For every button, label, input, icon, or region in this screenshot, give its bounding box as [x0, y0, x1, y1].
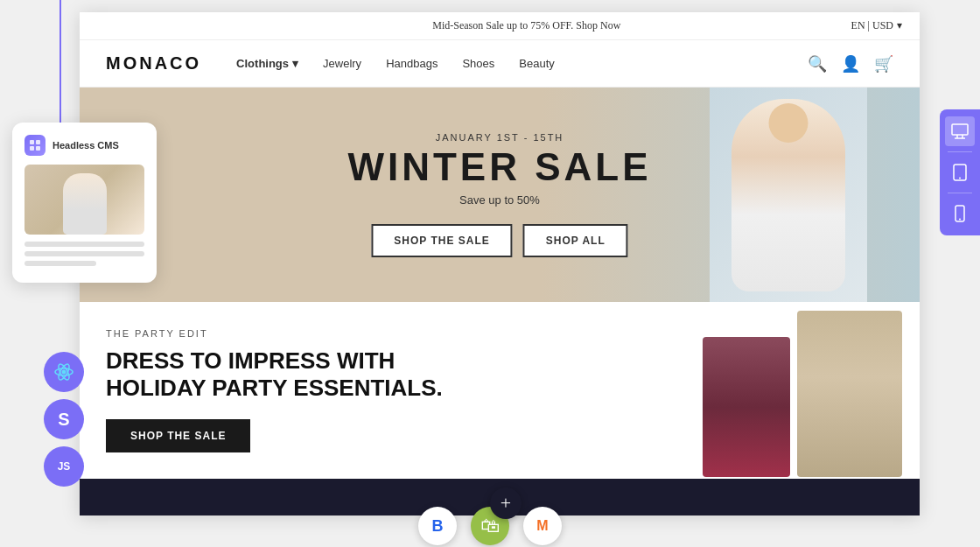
party-shop-sale-button[interactable]: SHOP THE SALE: [106, 419, 250, 452]
device-divider: [948, 151, 972, 152]
tech-js-icon[interactable]: JS: [44, 446, 84, 487]
nav-shoes[interactable]: Shoes: [462, 57, 494, 70]
headless-cms-panel: Headless CMS: [12, 123, 157, 283]
tech-react-icon[interactable]: [44, 352, 84, 392]
desktop-view-button[interactable]: [945, 116, 975, 146]
svg-rect-3: [36, 146, 40, 151]
headless-line-1: [24, 242, 144, 247]
plus-button[interactable]: +: [490, 487, 522, 519]
announcement-bar: Mid-Season Sale up to 75% OFF. Shop Now …: [80, 12, 920, 40]
party-images: [703, 311, 902, 477]
nav-handbags[interactable]: Handbags: [386, 57, 438, 70]
site-header: MONACO Clothings ▾ Jewelry Handbags Shoe…: [80, 40, 920, 88]
magento-icon[interactable]: M: [523, 507, 562, 545]
party-image-1: [703, 337, 790, 477]
party-title: DRESS TO IMPRESS WITH HOLIDAY PARTY ESSE…: [106, 347, 473, 402]
svg-point-4: [62, 370, 66, 375]
site-logo: MONACO: [106, 53, 201, 74]
nav-clothings[interactable]: Clothings ▾: [236, 57, 298, 70]
tablet-view-button[interactable]: [945, 158, 975, 187]
nav-beauty[interactable]: Beauty: [519, 57, 554, 70]
device-divider-2: [948, 193, 972, 193]
svg-rect-1: [36, 140, 40, 144]
headless-content-lines: [24, 242, 144, 266]
headless-model-figure: [63, 173, 107, 235]
party-section: THE PARTY EDIT DRESS TO IMPRESS WITH HOL…: [80, 302, 920, 477]
integration-icons: B 🛍 M: [418, 507, 562, 545]
mobile-view-button[interactable]: [945, 199, 975, 228]
party-image-2: [797, 311, 902, 477]
headless-header: Headless CMS: [24, 135, 144, 156]
announcement-text: Mid-Season Sale up to 75% OFF. Shop Now: [432, 19, 620, 32]
headless-line-2: [24, 251, 144, 256]
svg-rect-8: [952, 124, 968, 135]
nav-jewelry[interactable]: Jewelry: [323, 57, 361, 70]
header-icons: 🔍 👤 🛒: [808, 54, 893, 74]
shop-sale-button[interactable]: SHOP THE SALE: [371, 224, 512, 257]
svg-rect-2: [30, 146, 34, 151]
headless-preview-image: [24, 165, 144, 235]
lang-selector[interactable]: EN | USD ▾: [851, 19, 902, 32]
account-icon[interactable]: 👤: [841, 54, 860, 74]
model-figure: [732, 99, 845, 291]
search-icon[interactable]: 🔍: [808, 54, 827, 74]
hero-buttons: SHOP THE SALE SHOP ALL: [347, 224, 651, 257]
party-label: THE PARTY EDIT: [106, 328, 473, 339]
tech-sass-icon[interactable]: S: [44, 399, 84, 439]
hero-model-image: [710, 88, 867, 302]
cart-icon[interactable]: 🛒: [874, 54, 893, 74]
device-preview-panel: [940, 109, 980, 235]
svg-point-15: [959, 219, 961, 221]
headless-cms-icon: [24, 135, 46, 156]
hero-title: WINTER SALE: [347, 148, 651, 186]
hero-date: JANUARY 1ST - 15TH: [347, 132, 651, 143]
party-text: THE PARTY EDIT DRESS TO IMPRESS WITH HOL…: [106, 328, 473, 452]
hero-subtitle: Save up to 50%: [347, 193, 651, 207]
decorative-line: [60, 0, 61, 140]
svg-rect-0: [30, 140, 34, 144]
headless-line-3: [24, 261, 96, 266]
website-mockup: Mid-Season Sale up to 75% OFF. Shop Now …: [80, 12, 920, 515]
headless-cms-title: Headless CMS: [52, 140, 119, 151]
hero-content: JANUARY 1ST - 15TH WINTER SALE Save up t…: [347, 132, 651, 257]
shop-all-button[interactable]: SHOP ALL: [523, 224, 628, 257]
main-nav: Clothings ▾ Jewelry Handbags Shoes Beaut…: [236, 57, 808, 70]
bigcommerce-icon[interactable]: B: [418, 507, 457, 545]
hero-banner: JANUARY 1ST - 15TH WINTER SALE Save up t…: [80, 88, 920, 302]
svg-point-13: [959, 178, 961, 179]
tech-stack-panel: S JS: [44, 352, 84, 487]
